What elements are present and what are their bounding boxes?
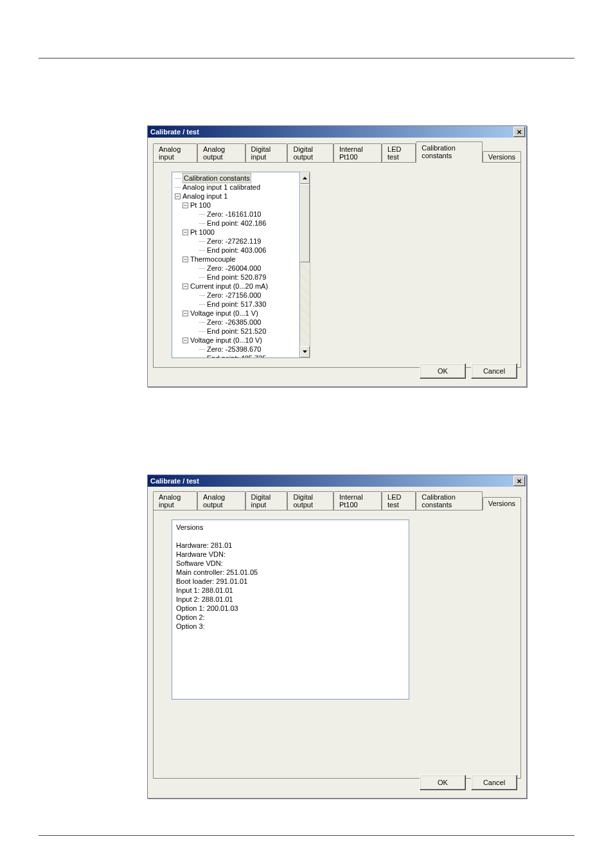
tree-leaf[interactable]: Zero: -26004.000 — [173, 264, 299, 273]
tab-internal-pt100[interactable]: Internal Pt100 — [333, 143, 382, 163]
versions-box: Versions Hardware: 281.01 Hardware VDN: … — [172, 520, 409, 700]
tree-label: Current input (0...20 mA) — [190, 282, 268, 291]
tab-calibration-constants[interactable]: Calibration constants — [416, 141, 483, 163]
collapse-icon[interactable]: − — [182, 203, 188, 208]
tab-label: Analog output — [203, 145, 225, 161]
calibrate-test-dialog-1: Calibrate / test ✕ Analog input Analog o… — [147, 125, 527, 387]
collapse-icon[interactable]: − — [182, 257, 188, 262]
tab-label: Calibration constants — [422, 493, 456, 509]
tab-digital-output[interactable]: Digital output — [287, 491, 333, 511]
tab-analog-input[interactable]: Analog input — [153, 491, 197, 511]
svg-marker-1 — [303, 350, 307, 353]
tree-node-pt1000[interactable]: −Pt 1000 — [173, 228, 299, 237]
collapse-icon[interactable]: − — [182, 338, 188, 343]
scroll-down-icon[interactable] — [300, 346, 310, 357]
tab-label: LED test — [387, 145, 401, 161]
tree-leaf[interactable]: End point: 520.879 — [173, 273, 299, 282]
svg-marker-0 — [303, 177, 307, 179]
button-label: Cancel — [483, 779, 505, 786]
version-line: Input 1: 288.01.01 — [176, 586, 405, 595]
tree-node-ai1-cal[interactable]: Analog input 1 calibrated — [173, 183, 299, 192]
tree-label: Calibration constants — [182, 173, 251, 183]
tab-label: Analog output — [203, 493, 225, 509]
tree-node-ai1[interactable]: −Analog input 1 — [173, 192, 299, 201]
tree-leaf[interactable]: Zero: -16161.010 — [173, 210, 299, 219]
tree-leaf[interactable]: Zero: -26385.000 — [173, 318, 299, 327]
tab-led-test[interactable]: LED test — [382, 491, 416, 511]
tab-led-test[interactable]: LED test — [382, 143, 416, 163]
tab-strip: Analog input Analog output Digital input… — [148, 487, 526, 510]
tab-panel: Versions Hardware: 281.01 Hardware VDN: … — [153, 510, 521, 779]
scroll-thumb[interactable] — [300, 184, 310, 262]
scroll-track[interactable] — [300, 184, 310, 346]
version-line: Main controller: 251.01.05 — [176, 568, 405, 577]
tree-leaf[interactable]: End point: 485.725 — [173, 354, 299, 358]
tree-node-voltage-0-1v[interactable]: −Voltage input (0...1 V) — [173, 309, 299, 318]
ok-button[interactable]: OK — [420, 363, 466, 379]
tree-leaf[interactable]: End point: 521.520 — [173, 327, 299, 336]
collapse-icon[interactable]: − — [175, 194, 181, 199]
tree-label: Zero: -27262.119 — [207, 237, 261, 246]
tree-leaf[interactable]: End point: 517.330 — [173, 300, 299, 309]
calibration-tree[interactable]: Calibration constants Analog input 1 cal… — [172, 172, 300, 358]
version-line: Software VDN: — [176, 559, 405, 568]
tab-internal-pt100[interactable]: Internal Pt100 — [333, 491, 382, 511]
tree-leaf[interactable]: End point: 403.006 — [173, 246, 299, 255]
tree-label: Thermocouple — [190, 255, 235, 264]
tree-label: Voltage input (0...10 V) — [190, 336, 262, 345]
tree-label: Voltage input (0...1 V) — [190, 309, 258, 318]
tab-analog-output[interactable]: Analog output — [197, 143, 245, 163]
tree-label: Zero: -26004.000 — [207, 264, 261, 273]
tree-label: End point: 520.879 — [207, 273, 266, 282]
tree-label: End point: 517.330 — [207, 300, 266, 309]
tab-calibration-constants[interactable]: Calibration constants — [416, 491, 483, 511]
tree-leaf[interactable]: Zero: -27262.119 — [173, 237, 299, 246]
dialog-buttons: OK Cancel — [420, 775, 517, 790]
tab-digital-input[interactable]: Digital input — [245, 491, 288, 511]
scroll-up-icon[interactable] — [300, 172, 310, 184]
tab-digital-input[interactable]: Digital input — [245, 143, 288, 163]
version-line: Boot loader: 291.01.01 — [176, 577, 405, 586]
collapse-icon[interactable]: − — [182, 311, 188, 316]
tree-label: Zero: -26385.000 — [207, 318, 261, 327]
titlebar: Calibrate / test ✕ — [148, 126, 526, 138]
tab-label: Versions — [488, 153, 515, 161]
version-line: Hardware: 281.01 — [176, 541, 405, 550]
tree-leaf[interactable]: Zero: -25398.670 — [173, 345, 299, 354]
tree-label: End point: 485.725 — [207, 354, 266, 358]
tree-node-current-input[interactable]: −Current input (0...20 mA) — [173, 282, 299, 291]
tab-label: Analog input — [159, 145, 181, 161]
cancel-button[interactable]: Cancel — [471, 363, 517, 379]
dialog-buttons: OK Cancel — [420, 363, 517, 379]
close-icon[interactable]: ✕ — [513, 476, 525, 486]
collapse-icon[interactable]: − — [182, 230, 188, 235]
dialog-title: Calibrate / test — [150, 128, 199, 136]
tab-label: Digital output — [293, 145, 313, 161]
tab-analog-input[interactable]: Analog input — [153, 143, 197, 163]
tab-label: Versions — [488, 500, 515, 507]
button-label: OK — [438, 779, 448, 786]
tree-leaf[interactable]: End point: 402.186 — [173, 219, 299, 228]
vertical-scrollbar[interactable] — [300, 172, 310, 358]
collapse-icon[interactable]: − — [182, 284, 188, 289]
bottom-rule — [39, 835, 574, 836]
tab-digital-output[interactable]: Digital output — [287, 143, 333, 163]
tree-node-thermocouple[interactable]: −Thermocouple — [173, 255, 299, 264]
tree-node-pt100[interactable]: −Pt 100 — [173, 201, 299, 210]
tab-label: Analog input — [159, 493, 181, 509]
versions-header: Versions — [176, 523, 405, 532]
tab-versions[interactable]: Versions — [483, 497, 521, 511]
tab-panel: Calibration constants Analog input 1 cal… — [153, 162, 521, 368]
tree-leaf[interactable]: Zero: -27156.000 — [173, 291, 299, 300]
tab-versions[interactable]: Versions — [483, 151, 521, 163]
tab-analog-output[interactable]: Analog output — [197, 491, 245, 511]
close-icon[interactable]: ✕ — [513, 127, 525, 137]
tree-node-voltage-0-10v[interactable]: −Voltage input (0...10 V) — [173, 336, 299, 345]
tree-label: Pt 100 — [190, 201, 211, 210]
tab-label: Digital output — [293, 493, 313, 509]
ok-button[interactable]: OK — [420, 775, 466, 790]
tree-node-root[interactable]: Calibration constants — [173, 174, 299, 183]
cancel-button[interactable]: Cancel — [471, 775, 517, 790]
tree-label: Zero: -16161.010 — [207, 210, 261, 219]
tree-label: Analog input 1 calibrated — [182, 183, 260, 192]
